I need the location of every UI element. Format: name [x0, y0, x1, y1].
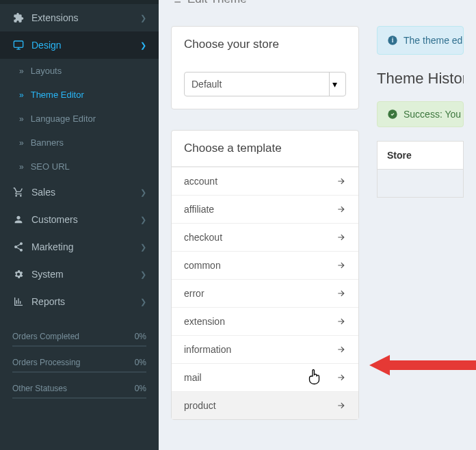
raquo-icon: »	[19, 138, 24, 148]
sidebar-item-theme-editor[interactable]: » Theme Editor	[0, 83, 159, 107]
nav-label: Customers	[31, 214, 78, 225]
template-item-information[interactable]: information	[172, 335, 358, 363]
nav-item-marketing[interactable]: Marketing ❯	[0, 233, 159, 261]
nav-label: System	[31, 269, 64, 280]
stats-block: Orders Completed 0% Orders Processing 0%…	[0, 315, 159, 399]
stat-bar	[12, 397, 146, 399]
svg-rect-0	[14, 41, 23, 47]
stat-orders-processing: Orders Processing 0%	[12, 354, 146, 371]
breadcrumb: Edit Theme	[171, 0, 464, 7]
chevron-right-icon: ❯	[140, 215, 146, 224]
raquo-icon: »	[19, 114, 24, 124]
info-alert: i The theme edito	[377, 26, 464, 55]
history-title: Theme Histor	[377, 70, 464, 88]
page-title: Edit Theme	[187, 0, 247, 6]
table-header-store: Store	[378, 142, 463, 170]
arrow-right-icon	[336, 261, 346, 270]
chevron-right-icon: ❯	[140, 243, 146, 252]
arrow-right-icon	[336, 289, 346, 298]
svg-text:i: i	[392, 37, 394, 44]
template-label: checkout	[184, 232, 222, 243]
template-item-mail[interactable]: mail	[172, 363, 358, 391]
stat-label: Orders Processing	[12, 358, 80, 367]
gear-icon	[12, 269, 25, 280]
chevron-right-icon: ❯	[140, 41, 146, 50]
template-item-extension[interactable]: extension	[172, 307, 358, 335]
sidebar-item-banners[interactable]: » Banners	[0, 131, 159, 155]
share-icon	[12, 241, 25, 252]
sub-label: Language Editor	[31, 114, 96, 124]
nav-item-design[interactable]: Design ❯	[0, 31, 159, 59]
success-alert: Success: You ha	[377, 101, 464, 127]
template-panel-title: Choose a template	[172, 131, 358, 167]
puzzle-icon	[12, 12, 25, 23]
sidebar-item-seo-url[interactable]: » SEO URL	[0, 155, 159, 178]
user-icon	[12, 214, 25, 225]
success-text: Success: You ha	[404, 109, 464, 120]
sub-label: SEO URL	[31, 161, 70, 172]
template-label: information	[184, 344, 231, 355]
template-item-error[interactable]: error	[172, 279, 358, 307]
nav-label: Sales	[31, 187, 55, 198]
nav-item-reports[interactable]: Reports ❯	[0, 288, 159, 315]
template-label: error	[184, 288, 204, 299]
history-table: Store	[377, 141, 464, 198]
arrow-right-icon	[336, 233, 346, 242]
nav-item-system[interactable]: System ❯	[0, 261, 159, 288]
store-panel: Choose your store Default ▾	[171, 26, 359, 109]
list-icon	[171, 0, 182, 5]
sidebar-item-language-editor[interactable]: » Language Editor	[0, 107, 159, 131]
stat-value: 0%	[135, 332, 146, 341]
chevron-right-icon: ❯	[140, 14, 146, 23]
template-panel: Choose a template accountaffiliatechecko…	[171, 130, 359, 420]
sidebar-item-layouts[interactable]: » Layouts	[0, 59, 159, 83]
arrow-right-icon	[336, 204, 346, 214]
stat-value: 0%	[135, 358, 146, 367]
template-label: common	[184, 260, 221, 271]
nav-label: Extensions	[31, 12, 78, 23]
arrow-right-icon	[336, 373, 346, 382]
info-text: The theme edito	[404, 35, 464, 46]
template-item-product[interactable]: product	[172, 391, 358, 419]
stat-label: Orders Completed	[12, 332, 79, 341]
chevron-right-icon: ❯	[140, 188, 146, 197]
sub-label: Theme Editor	[31, 90, 84, 100]
template-item-common[interactable]: common	[172, 251, 358, 279]
template-label: affiliate	[184, 204, 214, 215]
stat-bar	[12, 371, 146, 373]
template-label: product	[184, 400, 216, 411]
chevron-right-icon: ❯	[140, 297, 146, 306]
sub-label: Banners	[31, 137, 64, 148]
check-circle-icon	[387, 109, 398, 120]
store-panel-title: Choose your store	[172, 27, 358, 62]
raquo-icon: »	[19, 162, 24, 172]
nav-item-extensions[interactable]: Extensions ❯	[0, 4, 159, 31]
nav-label: Marketing	[31, 241, 73, 252]
monitor-icon	[12, 40, 25, 51]
content: Edit Theme Choose your store Default ▾ C…	[159, 0, 476, 450]
nav-item-customers[interactable]: Customers ❯	[0, 206, 159, 233]
template-label: account	[184, 176, 217, 187]
arrow-right-icon	[336, 345, 346, 354]
template-label: mail	[184, 372, 202, 383]
arrow-right-icon	[336, 176, 346, 186]
store-selected: Default	[191, 79, 222, 90]
chevron-right-icon: ❯	[140, 270, 146, 279]
arrow-right-icon	[336, 401, 346, 410]
nav-item-sales[interactable]: Sales ❯	[0, 178, 159, 206]
raquo-icon: »	[19, 66, 24, 76]
template-label: extension	[184, 316, 225, 327]
chart-icon	[12, 296, 25, 307]
sub-label: Layouts	[31, 66, 62, 76]
template-item-affiliate[interactable]: affiliate	[172, 195, 358, 223]
template-item-account[interactable]: account	[172, 167, 358, 195]
table-row	[378, 170, 463, 197]
stat-label: Other Statuses	[12, 384, 67, 393]
arrow-right-icon	[336, 317, 346, 326]
template-item-checkout[interactable]: checkout	[172, 223, 358, 251]
nav-label: Reports	[31, 296, 65, 307]
store-select[interactable]: Default ▾	[184, 72, 346, 96]
stat-orders-completed: Orders Completed 0%	[12, 328, 146, 345]
stat-other-statuses: Other Statuses 0%	[12, 380, 146, 397]
stat-bar	[12, 345, 146, 347]
